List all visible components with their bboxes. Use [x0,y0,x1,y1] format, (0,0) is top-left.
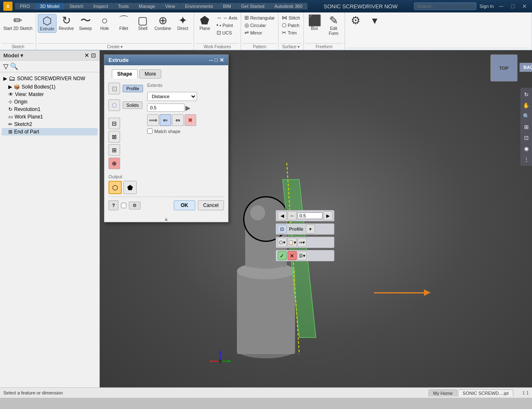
output-surface-btn[interactable]: ⬟ [123,181,137,194]
look-at-button[interactable]: ◉ [521,143,531,153]
pan-button[interactable]: ✋ [521,100,531,110]
edit-form-button[interactable]: ✎ EditForm [325,14,343,37]
mini-output-3[interactable]: ⇒▾ [298,238,307,247]
profile-button[interactable]: Profile [123,85,143,92]
nav-more-button[interactable]: ⋮ [521,154,531,164]
dir-btn-1[interactable]: ⟹ [147,114,159,126]
mini-options-button[interactable]: ☰▾ [298,251,307,260]
tree-item-solidbodies[interactable]: ▶ 📦 Solid Bodies(1) [2,83,98,91]
match-shape-checkbox[interactable] [147,128,153,134]
box-button[interactable]: ⬛ Box [305,14,324,32]
fillet-button[interactable]: ⌒ Fillet [115,14,133,32]
settings-button[interactable]: ⚙ [347,14,365,27]
panel-expand-icon[interactable]: ⊡ [91,52,96,59]
tab-manage[interactable]: Manage [134,3,160,10]
tab-sketch[interactable]: Sketch [64,3,89,10]
plane-button[interactable]: ⬟ Plane [196,14,214,32]
axis-button[interactable]: ↔↔ Axis [215,14,239,21]
direct-button[interactable]: ✦ Direct [174,14,192,32]
sweep-button[interactable]: 〜 Sweep [76,14,95,32]
tab-get-started[interactable]: Get Started [236,3,269,10]
tab-3dmodel[interactable]: 3D Model [35,3,64,10]
extrude-max-icon[interactable]: □ [214,57,218,63]
filter-icon[interactable]: ▽ [3,62,8,70]
footer-checkbox[interactable] [121,203,126,208]
tab-current-file[interactable]: SONIC SCREWD....ipt [458,389,513,397]
extents-dropdown[interactable]: Distance To All Between [147,92,197,101]
stitch-button[interactable]: ⋈Stitch [280,14,302,21]
rectangular-button[interactable]: ⊞Rectangular [243,14,276,21]
distance-input[interactable] [298,212,323,219]
action-btn-2[interactable]: ⊠ [108,131,120,143]
revolve-button[interactable]: ↻ Revolve [57,14,76,32]
mini-confirm-button[interactable]: ✓ [278,251,287,260]
footer-extra-btn[interactable]: ⚙ [129,202,140,209]
tab-environments[interactable]: Environments [180,3,218,10]
minimize-button[interactable]: ─ [497,2,505,10]
mini-output-2[interactable]: 📋▾ [288,238,297,247]
ucs-button[interactable]: ⊡ UCS [215,29,239,36]
tab-inspect[interactable]: Inspect [89,3,113,10]
extrude-min-icon[interactable]: ─ [209,57,213,63]
cancel-button[interactable]: Cancel [198,200,224,210]
extrude-button[interactable]: ⬡ Extrude [38,14,56,33]
distance-expand-icon[interactable]: ▶ [185,104,190,112]
extrude-tab-more[interactable]: More [139,69,161,79]
solids-button[interactable]: Solids [123,101,143,109]
viewcube-back-label[interactable]: BACK [520,63,532,72]
shell-button[interactable]: ▢ Shell [134,14,152,32]
tab-bim[interactable]: BIM [218,3,236,10]
help-button[interactable]: ? [108,200,118,210]
zoom-button[interactable]: 🔍 [521,111,531,121]
maximize-button[interactable]: □ [509,2,517,10]
dir-btn-3[interactable]: ⇔ [172,114,184,126]
zoom-selected-button[interactable]: ⊡ [521,133,531,143]
tree-item-revolution1[interactable]: ↻ Revolution1 [2,106,98,113]
mirror-button[interactable]: ⇌Mirror [243,29,276,36]
viewport[interactable]: ◀ ↔ ▶ ⊡ Profile ▾ ⬡▾ 📋▾ ⇒▾ ✓ ✕ ☰▾ [100,50,532,387]
tree-item-origin[interactable]: ⊹ Origin [2,98,98,106]
output-solid-btn[interactable]: ⬡ [108,181,122,194]
combine-button[interactable]: ⊕ Combine [153,14,173,32]
tree-item-sketch2[interactable]: ✏ Sketch2 [2,121,98,128]
extrude-close-icon[interactable]: ✕ [219,57,224,63]
close-button[interactable]: ✕ [520,2,529,10]
orbit-button[interactable]: ↻ [521,89,531,99]
tree-item-endofpart[interactable]: ⊞ End of Part [2,128,98,136]
panel-close-icon[interactable]: ✕ [84,52,89,59]
tree-root[interactable]: ▶ 🗂 SONIC SCREWDRIVER NOW [2,74,98,83]
extents-distance-input[interactable] [147,103,185,112]
action-btn-3[interactable]: ⊞ [108,144,120,156]
sign-in-btn[interactable]: Sign In [480,4,494,9]
tab-pro[interactable]: PRO [15,3,35,10]
tree-item-workplane1[interactable]: ▭ Work Plane1 [2,113,98,121]
mini-cancel-button[interactable]: ✕ [288,251,297,260]
point-button[interactable]: •• Point [215,22,239,29]
mini-prev-btn[interactable]: ◀ [278,211,287,220]
ok-button[interactable]: OK [174,200,195,210]
hole-button[interactable]: ○ Hole [96,14,114,32]
zoom-all-button[interactable]: ⊞ [521,122,531,132]
trim-button[interactable]: ✂Trim [280,29,302,36]
start-2d-sketch-button[interactable]: ✏ Start 2D Sketch [2,14,34,32]
tab-autodesk360[interactable]: Autodesk 360 [269,3,307,10]
action-btn-4[interactable]: ⊕ [108,158,120,169]
dir-btn-4[interactable]: ✖ [185,114,196,126]
dir-btn-2[interactable]: ⇐ [160,114,171,126]
tab-view[interactable]: View [160,3,180,10]
tab-my-home[interactable]: My Home [429,389,457,397]
extrude-dialog-title[interactable]: Extrude ─ □ ✕ [104,55,228,65]
dropdown-button[interactable]: ▾ [366,14,384,27]
extrude-tab-shape[interactable]: Shape [112,69,138,79]
tree-item-viewmaster[interactable]: 👁 View: Master [2,91,98,98]
viewcube-face-top[interactable]: TOP [490,54,517,81]
mini-profile-dropdown[interactable]: ▾ [306,224,315,234]
mini-next-btn[interactable]: ▶ [323,211,332,220]
search-input[interactable] [414,2,476,10]
action-btn-1[interactable]: ⊟ [108,118,120,129]
patch-button[interactable]: ⬡Patch [280,22,302,29]
search-tree-icon[interactable]: 🔍 [10,62,18,70]
tab-tools[interactable]: Tools [113,3,134,10]
circular-button[interactable]: ◎Circular [243,22,276,29]
mini-output-1[interactable]: ⬡▾ [278,238,287,247]
